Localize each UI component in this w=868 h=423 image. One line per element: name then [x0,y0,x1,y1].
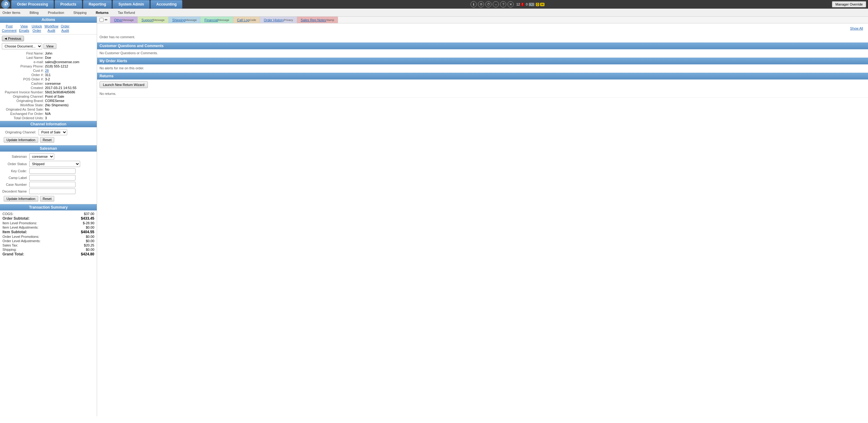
registered-icon[interactable]: ® [478,1,484,7]
comment-checkbox[interactable] [99,18,103,22]
info-row-origbrand: Originating Brand: CORESense [0,99,97,103]
financial-tab-sublabel: Message [218,19,229,22]
info-row-payinvoice: Payment Invoice Number: 58d13e90d64d5686 [0,90,97,94]
document-chooser-select[interactable]: Choose Document... [2,43,42,49]
info-row-created: Created: 2017-03-21 14:51:55 [0,86,97,90]
order-audit-link[interactable]: OrderAudit [61,24,69,33]
item-subtotal-value: $404.55 [81,230,94,234]
status-badge1: ! [521,3,524,6]
camp-label-input[interactable] [29,175,75,181]
returns-launch-row: Launch New Return Wizard [97,79,868,90]
tab-returns[interactable]: Returns [96,9,109,16]
email-value: sales@coresense.com [45,60,79,64]
nav-order-processing[interactable]: Order Processing [11,0,54,9]
other-tab-link[interactable]: Other [114,18,123,22]
info-row-posorder: POS Order #: 3-2 [0,77,97,82]
salesman-select[interactable]: coresense admin [29,154,54,160]
trans-row-sales-tax: Sales Tax: $20.25 [2,243,94,248]
comment-edit-icon: ✏ [105,18,107,22]
shipping-label: Shipping: [2,248,17,251]
sales-tax-label: Sales Tax: [2,243,18,247]
order-value: 311 [45,73,51,77]
nav-system-admin[interactable]: System Admin [113,0,150,9]
workflow-audit-link[interactable]: WorkflowAudit [44,24,58,33]
order-tabs: Order Items Billing Production Shipping … [0,9,868,17]
nav-reporting[interactable]: Reporting [83,0,112,9]
tab-order-items[interactable]: Order Items [2,9,20,16]
tab-production[interactable]: Production [48,9,64,16]
salesman-update-button[interactable]: Update Information [4,196,38,201]
post-comment-link[interactable]: PostComment [2,24,17,33]
key-code-input[interactable] [29,168,75,174]
help-icon[interactable]: ? [500,1,506,7]
channel-reset-button[interactable]: Reset [40,137,55,143]
order-status-select[interactable]: Shipped Pending Processing Cancelled [29,161,80,167]
orderhistory-tab-link[interactable]: Order History [264,18,284,22]
nav-accounting[interactable]: Accounting [150,0,182,9]
salesrep-tab-link[interactable]: Sales Rep Notes [301,18,326,22]
comment-tab-financial[interactable]: Financial Message [200,17,233,23]
comment-tab-shipping[interactable]: Shipping Message [168,17,200,23]
workflowstate-label: Workflow State: [2,103,45,107]
cashier-label: Cashier: [2,82,45,85]
nav-products[interactable]: Products [55,0,82,9]
sendsale-label: Originated As Send Sale: [2,107,45,111]
origchannel-value: Point of Sale [45,95,64,98]
main-layout: Actions PostComment ViewEmails UnlockOrd… [0,17,868,416]
calllog-tab-link[interactable]: Call Log [237,18,249,22]
item-adj-value: $0.00 [86,226,94,229]
info-row-firstname: First Name: John [0,51,97,56]
launch-return-wizard-button[interactable]: Launch New Return Wizard [99,82,148,88]
close-icon[interactable]: ✕ [507,1,514,7]
financial-tab-link[interactable]: Financial [204,18,218,22]
info-row-order: Order #: 311 [0,73,97,77]
workflowstate-value: (No Shipments) [45,103,68,107]
support-tab-link[interactable]: Support [142,18,153,22]
shipping-tab-link[interactable]: Shipping [172,18,185,22]
comment-tab-support[interactable]: Support Message [138,17,168,23]
dash-icon[interactable]: – [493,1,499,7]
clock-icon[interactable]: ⏱ [485,1,492,7]
show-all-link[interactable]: Show All [850,27,863,30]
channel-update-button[interactable]: Update Information [4,137,38,143]
transaction-summary-section: Transaction Summary COGS: $37.00 Order S… [0,204,97,258]
comment-tab-orderhistory[interactable]: Order History Privacy [260,17,297,23]
previous-button[interactable]: Previous [2,36,24,41]
info-row-email: e-mail: sales@coresense.com [0,60,97,64]
transaction-summary-body: COGS: $37.00 Order Subtotal: $433.45 Ite… [0,210,97,258]
tab-billing[interactable]: Billing [30,9,38,16]
info-row-cashier: Cashier: coresense [0,82,97,86]
case-number-input[interactable] [29,182,75,187]
right-content: Show All Order has no comment. Customer … [97,24,868,98]
grand-total-label: Grand Total: [2,252,24,256]
info-icon[interactable]: ℹ [470,1,477,7]
cust-link[interactable]: 28 [45,69,49,72]
decedent-name-input[interactable] [29,189,75,194]
actions-links-row: PostComment ViewEmails UnlockOrder Workf… [0,23,97,34]
document-view-button[interactable]: View [43,43,56,49]
manager-override-button[interactable]: Manager Override [832,1,866,7]
exchanged-value: N/A [45,112,51,116]
grand-total-value: $424.80 [81,252,94,256]
info-row-totalunits: Total Ordered Units: 3 [0,116,97,120]
payinvoice-label: Payment Invoice Number: [2,90,45,94]
phone-label: Primary Phone: [2,64,45,68]
nav-icons: ℹ ® ⏱ – ? ✕ [470,1,514,7]
channel-select[interactable]: Point of Sale Web Phone Other [38,129,67,135]
tab-tax-refund[interactable]: Tax Refund [118,9,135,16]
order-status-row: Order Status Shipped Pending Processing … [2,160,95,168]
order-alerts-body: No alerts for me on this order. [97,64,868,72]
subtotal-value: $433.45 [81,216,94,221]
tab-shipping[interactable]: Shipping [73,9,87,16]
comment-tabs-row: ✏ Other Message Support Message Shipping… [97,17,868,24]
shipping-value: $0.00 [86,248,94,251]
unlock-order-link[interactable]: UnlockOrder [32,24,42,33]
top-nav: Order Processing Products Reporting Syst… [0,0,868,9]
comment-tab-salesrep[interactable]: Sales Rep Notes Stamp [297,17,338,23]
channel-information-section: Channel Information Originating Channel:… [0,121,97,145]
view-emails-link[interactable]: ViewEmails [19,24,29,33]
order-status-label: Order Status [2,162,28,166]
salesman-reset-button[interactable]: Reset [40,196,55,201]
comment-tab-calllog[interactable]: Call Log Code [233,17,260,23]
comment-tab-other[interactable]: Other Message [110,17,138,23]
